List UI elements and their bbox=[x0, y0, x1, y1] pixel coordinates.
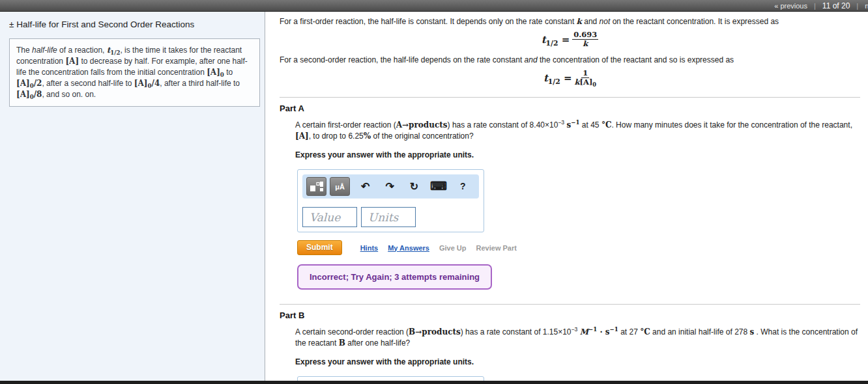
fraction-numerator: 1 bbox=[581, 69, 589, 78]
equation-lhs: t1/2 = bbox=[543, 72, 572, 84]
fraction-denominator: k[A]0 bbox=[575, 78, 597, 87]
item-title-text: Half-life for First and Second Order Rea… bbox=[16, 20, 194, 29]
part-b-heading: Part B bbox=[280, 310, 860, 320]
intro-paragraph-second-order: For a second-order reaction, the half-li… bbox=[280, 55, 860, 65]
part-a-heading: Part A bbox=[280, 103, 860, 113]
equation-editor-toolbar: μÅ ↶ ↷ ↻ ⌨ ? bbox=[302, 174, 479, 199]
item-pager: « previous | 11 of 20 | next bbox=[774, 1, 868, 10]
item-title: ± Half-life for First and Second Order R… bbox=[9, 17, 257, 38]
submit-button[interactable]: Submit bbox=[297, 240, 342, 255]
give-up-link: Give Up bbox=[439, 244, 467, 252]
assignment-topbar: « previous | 11 of 20 | next bbox=[0, 0, 868, 12]
bottom-window-edge bbox=[0, 381, 868, 384]
second-order-half-life-equation: t1/2 = 1 k[A]0 bbox=[280, 69, 860, 87]
part-a-submit-row: Submit Hints My Answers Give Up Review P… bbox=[297, 240, 860, 255]
part-a-question: A certain first-order reaction (A→produc… bbox=[295, 120, 860, 142]
fraction-numerator: 0.693 bbox=[572, 31, 598, 40]
units-input[interactable] bbox=[361, 207, 416, 227]
intro-paragraph-first-order: For a first-order reaction, the half-lif… bbox=[280, 16, 860, 27]
section-divider bbox=[280, 304, 860, 305]
units-button-label: μÅ bbox=[335, 183, 345, 191]
undo-icon[interactable]: ↶ bbox=[353, 177, 377, 196]
pager-separator: | bbox=[856, 2, 858, 10]
part-b-express-instruction: Express your answer with the appropriate… bbox=[295, 357, 860, 366]
reset-icon[interactable]: ↻ bbox=[402, 177, 426, 196]
answer-inputs-row bbox=[302, 207, 479, 227]
fraction-denominator: k bbox=[583, 40, 588, 48]
first-order-half-life-equation: t1/2 = 0.693 k bbox=[280, 31, 860, 48]
introduction-text: The half-life of a reaction, t1/2, is th… bbox=[16, 46, 248, 99]
section-divider bbox=[280, 97, 860, 98]
help-icon[interactable]: ? bbox=[451, 177, 475, 196]
item-sidebar: ± Half-life for First and Second Order R… bbox=[0, 12, 265, 384]
introduction-box: The half-life of a reaction, t1/2, is th… bbox=[9, 38, 260, 107]
units-button[interactable]: μÅ bbox=[330, 177, 350, 196]
item-main-content: For a first-order reaction, the half-lif… bbox=[265, 12, 868, 384]
my-answers-link[interactable]: My Answers bbox=[388, 244, 429, 252]
equation-fraction: 1 k[A]0 bbox=[575, 69, 597, 87]
templates-icon bbox=[310, 181, 324, 193]
part-a-express-instruction: Express your answer with the appropriate… bbox=[295, 150, 860, 159]
previous-item-link[interactable]: « previous bbox=[774, 2, 807, 10]
templates-button[interactable] bbox=[306, 177, 326, 196]
next-item-link[interactable]: next bbox=[865, 2, 868, 10]
hints-link[interactable]: Hints bbox=[360, 244, 379, 252]
value-input[interactable] bbox=[302, 207, 357, 227]
equation-fraction: 0.693 k bbox=[572, 31, 598, 48]
part-b-question: A certain second-order reaction (B→produ… bbox=[295, 327, 860, 349]
keyboard-icon[interactable]: ⌨ bbox=[426, 177, 450, 196]
review-part-link: Review Part bbox=[476, 244, 517, 252]
part-a-answer-box: μÅ ↶ ↷ ↻ ⌨ ? bbox=[297, 169, 484, 232]
item-counter: 11 of 20 bbox=[822, 1, 850, 10]
collapse-toggle-icon[interactable]: ± bbox=[9, 20, 14, 29]
incorrect-feedback-banner: Incorrect; Try Again; 3 attempts remaini… bbox=[297, 264, 492, 290]
equation-lhs: t1/2 = bbox=[542, 34, 570, 46]
redo-icon[interactable]: ↷ bbox=[377, 177, 401, 196]
pager-separator: | bbox=[814, 2, 816, 10]
